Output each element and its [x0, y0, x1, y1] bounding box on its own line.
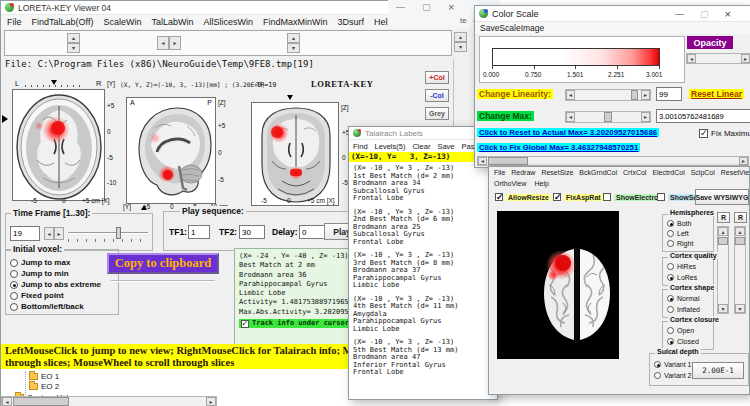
close-icon[interactable]: × — [725, 8, 731, 20]
maximize-icon[interactable]: ▢ — [700, 9, 709, 19]
spinner-down-icon[interactable]: ▾ — [454, 42, 467, 52]
radio-open[interactable]: Open — [667, 327, 694, 334]
radio-icon[interactable] — [667, 306, 674, 313]
rotation-vscrollbar-1[interactable]: ▴ ▾ — [717, 226, 729, 314]
sagittal-slice-view[interactable]: A P — [126, 97, 216, 204]
tree-hscrollbar[interactable]: ◂ ▸ — [1, 396, 217, 406]
spinner-down-icon[interactable]: ▾ — [67, 43, 80, 53]
slider-track[interactable] — [68, 232, 148, 234]
menu-resetsize[interactable]: ResetSize — [541, 169, 573, 176]
radio-normal[interactable]: Normal — [667, 295, 700, 302]
radio-fixed-point[interactable]: Fixed point — [10, 291, 64, 300]
menu-resetview[interactable]: ResetView — [721, 169, 749, 176]
rotate-r-button-2[interactable]: R — [734, 212, 747, 223]
radio-variant-2[interactable]: Variant 2 — [654, 372, 692, 379]
surface-3d-canvas[interactable] — [497, 211, 619, 359]
bg-maximize-icon[interactable]: ▢ — [422, 2, 431, 12]
radio-icon[interactable] — [654, 372, 661, 379]
menu-save[interactable]: Save — [437, 142, 454, 151]
minimize-icon[interactable]: — — [675, 9, 684, 19]
max-value-input[interactable]: 3.00105762481689 — [656, 109, 750, 123]
checkbox-icon[interactable] — [699, 129, 708, 138]
menu-crtxcol[interactable]: CrtxCol — [623, 169, 646, 176]
checkbox-icon[interactable] — [603, 193, 611, 201]
fix-global-max-link[interactable]: Click to Fix Global Max= 3.4632794857025… — [477, 143, 640, 152]
radio-icon[interactable] — [10, 259, 18, 267]
radio-icon[interactable] — [667, 240, 674, 247]
radio-icon[interactable] — [10, 292, 18, 300]
fix-maximum-checkbox[interactable]: Fix Maximum — [699, 129, 750, 138]
checkbox-icon[interactable] — [495, 193, 503, 201]
spinner-up-icon[interactable]: ▴ — [287, 33, 300, 43]
slider-thumb[interactable] — [116, 227, 121, 239]
reset-linear-link[interactable]: Reset Linear — [689, 89, 744, 99]
bg-minimize-icon[interactable]: — — [396, 2, 405, 12]
radio-jump-to-min[interactable]: Jump to min — [10, 269, 69, 278]
menu-findtallab[interactable]: FindTalLab(Off) — [32, 17, 94, 27]
plus-col-button[interactable]: +Col — [425, 71, 449, 84]
scroll-down-arrow[interactable]: ▾ — [718, 304, 728, 313]
showelectrod-checkbox[interactable]: ShowElectrod — [603, 193, 665, 201]
menu-file[interactable]: File — [494, 169, 505, 176]
radio-icon[interactable] — [667, 274, 674, 281]
minus-col-button[interactable]: -Col — [425, 89, 449, 102]
radio-icon[interactable] — [10, 281, 18, 289]
menu-clear[interactable]: Clear — [412, 142, 430, 151]
radio-right[interactable]: Right — [667, 240, 693, 247]
menu-orthoview[interactable]: OrthoView — [494, 180, 527, 187]
scroll-right-arrow[interactable]: ▸ — [206, 397, 216, 406]
radio-jump-to-max[interactable]: Jump to max — [10, 258, 70, 267]
scrollbar-thumb[interactable] — [718, 237, 728, 245]
menu-bckgrndcol[interactable]: BckGrndCol — [579, 169, 617, 176]
arrow-left-icon[interactable]: ◂ — [44, 227, 54, 240]
radio-icon[interactable] — [654, 361, 661, 368]
menu-redraw[interactable]: Redraw — [511, 169, 535, 176]
rotate-r-button-1[interactable]: R — [717, 212, 730, 223]
scroll-right-arrow[interactable]: ▸ — [741, 54, 750, 63]
scrollbar-thumb[interactable] — [631, 90, 638, 100]
scroll-left-arrow[interactable]: ◂ — [566, 112, 575, 122]
bg-close-icon[interactable]: × — [448, 1, 454, 13]
track-info-toggle[interactable]: Track info under cursor — [239, 319, 356, 328]
max-scrollbar[interactable]: ◂ ▸ — [565, 111, 651, 123]
menu-findmaxminwin[interactable]: FindMaxMinWin — [263, 17, 328, 27]
checkbox-icon[interactable] — [657, 193, 665, 201]
grey-button[interactable]: Grey — [425, 107, 449, 120]
color-scale-titlebar[interactable]: Color Scale — ▢ × — [475, 6, 750, 22]
scroll-up-arrow[interactable]: ▴ — [718, 227, 728, 236]
scroll-up-arrow[interactable]: ▴ — [735, 227, 745, 236]
time-frame-input[interactable]: 19 — [10, 226, 40, 241]
fixasprat-checkbox[interactable]: FixAspRat — [553, 193, 603, 201]
menu-tallabwin[interactable]: TalLabWin — [151, 17, 193, 27]
menu-savescaleimage[interactable]: SaveScaleImage — [480, 23, 544, 33]
radio-icon[interactable] — [667, 230, 674, 237]
menu-find[interactable]: Find — [353, 142, 368, 151]
menu-electrdcol[interactable]: ElectrdCol — [652, 169, 684, 176]
checkbox-icon[interactable] — [241, 320, 249, 328]
sulcal-depth-value-button[interactable]: 2.00E-1 — [692, 362, 744, 379]
menu-file[interactable]: File — [7, 17, 22, 27]
radio-icon[interactable] — [667, 338, 674, 345]
time-frame-slider[interactable] — [68, 226, 148, 242]
radio-inflated[interactable]: Inflated — [667, 306, 700, 313]
menu-3dsurf[interactable]: 3Dsurf — [337, 17, 364, 27]
scroll-left-arrow[interactable]: ◂ — [2, 397, 12, 406]
save-wysiwyg-button[interactable]: Save WYSIWYG — [695, 189, 749, 205]
opacity-scrollbar[interactable]: ◂ ▸ — [686, 53, 750, 64]
coronal-slice-view[interactable] — [251, 102, 339, 206]
scrollbar-thumb[interactable] — [604, 112, 612, 122]
radio-jump-to-abs-extreme[interactable]: Jump to abs extreme — [10, 280, 101, 289]
scroll-left-arrow[interactable]: ◂ — [566, 90, 575, 100]
menu-levels[interactable]: Levels(5) — [375, 142, 406, 151]
scroll-right-arrow[interactable]: ▸ — [739, 157, 748, 165]
radio-icon[interactable] — [667, 327, 674, 334]
radio-icon[interactable] — [667, 263, 674, 270]
coronal-slice-marker-icon[interactable] — [287, 95, 293, 100]
checkbox-icon[interactable] — [553, 193, 561, 201]
tree-item-eo2[interactable]: EO 2 — [29, 382, 59, 391]
menu-sclpcol[interactable]: SclpCol — [691, 169, 715, 176]
radio-icon[interactable] — [10, 270, 18, 278]
menu-scalewin[interactable]: ScaleWin — [103, 17, 141, 27]
radio-bottom-left-back[interactable]: Bottom/left/back — [10, 302, 84, 311]
arrow-right-icon[interactable]: ▸ — [169, 36, 181, 50]
